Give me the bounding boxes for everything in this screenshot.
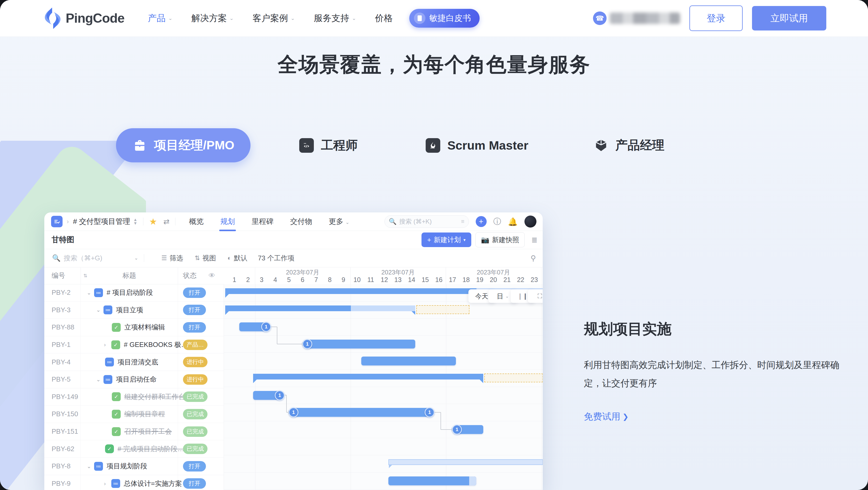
- role-tab-1[interactable]: 项目经理/PMO: [116, 128, 250, 162]
- gantt-task-bar[interactable]: [361, 357, 456, 365]
- status-badge[interactable]: 打开: [183, 461, 206, 471]
- notifications-bell-icon[interactable]: 🔔: [508, 217, 518, 226]
- gantt-summary-bar[interactable]: [225, 305, 415, 311]
- table-row-PBY-8[interactable]: PBY-8⌄≔项目规划阶段打开: [44, 458, 224, 475]
- login-button[interactable]: 登录: [689, 5, 743, 31]
- dependency-count-badge[interactable]: 1: [275, 391, 285, 400]
- swap-icon[interactable]: ⇄: [163, 217, 169, 226]
- sort-icon[interactable]: ⇅: [84, 267, 87, 284]
- global-search-input[interactable]: 🔍 搜索 (⌘+K) ≡: [384, 215, 469, 228]
- work-item-title[interactable]: 编制项目章程: [124, 409, 165, 419]
- nav-item-产品[interactable]: 产品⌄: [148, 12, 173, 24]
- nav-item-解决方案[interactable]: 解决方案⌄: [191, 12, 234, 24]
- work-item-id: PBY-149: [52, 388, 78, 405]
- app-tab-概览[interactable]: 概览: [188, 213, 205, 230]
- status-badge[interactable]: 已完成: [183, 409, 208, 419]
- default-config-button[interactable]: ◐默认: [227, 254, 248, 263]
- status-badge[interactable]: 已完成: [183, 426, 208, 437]
- column-header-id[interactable]: 编号: [52, 267, 65, 284]
- work-item-title[interactable]: 立项材料编辑: [124, 323, 165, 332]
- chevron-down-icon[interactable]: ⌄: [87, 289, 94, 296]
- chevron-right-icon[interactable]: ›: [104, 481, 111, 487]
- status-badge[interactable]: 进行中: [183, 357, 208, 367]
- role-tab-4[interactable]: 产品经理: [593, 137, 664, 154]
- gantt-dashed-range[interactable]: [484, 373, 543, 382]
- work-item-title[interactable]: 项目澄清交底: [118, 358, 158, 367]
- whitepaper-button[interactable]: 敏捷白皮书: [409, 9, 479, 28]
- column-header-status[interactable]: 状态: [183, 267, 196, 284]
- snapshot-button[interactable]: 📷 新建快照: [475, 232, 524, 247]
- status-badge[interactable]: 已完成: [183, 443, 208, 454]
- app-tab-里程碑[interactable]: 里程碑: [250, 213, 275, 230]
- status-badge[interactable]: 打开: [183, 322, 206, 333]
- work-item-title[interactable]: 召开项目开工会: [124, 427, 172, 436]
- table-row-PBY-2[interactable]: PBY-2⌄≔# 项目启动阶段打开: [44, 284, 224, 302]
- chevron-down-icon[interactable]: ⌄: [96, 307, 103, 313]
- app-tab-交付物[interactable]: 交付物: [289, 213, 313, 230]
- table-row-PBY-5[interactable]: PBY-5⌄≔项目启动任命进行中: [44, 371, 224, 388]
- chevron-right-icon[interactable]: ›: [104, 342, 111, 348]
- role-tab-2[interactable]: 工程师: [299, 137, 358, 154]
- user-avatar[interactable]: [524, 216, 536, 227]
- status-badge[interactable]: 打开: [183, 287, 206, 298]
- gantt-task-bar[interactable]: [293, 408, 430, 417]
- table-row-PBY-62[interactable]: PBY-62✓# 完成项目启动阶段…已完成: [44, 440, 224, 458]
- work-item-title[interactable]: 项目启动任命: [116, 375, 157, 384]
- gantt-summary-bar[interactable]: [253, 374, 483, 379]
- gantt-task-bar[interactable]: [389, 477, 476, 485]
- chevron-down-icon[interactable]: ⌄: [96, 376, 103, 382]
- table-row-PBY-3[interactable]: PBY-3⌄≔项目立项打开: [44, 302, 224, 319]
- nav-item-服务支持[interactable]: 服务支持⌄: [314, 12, 356, 24]
- project-folder-icon[interactable]: [51, 216, 63, 227]
- dependency-count-badge[interactable]: 1: [261, 322, 271, 332]
- work-item-title[interactable]: 项目规划阶段: [106, 462, 147, 471]
- app-tab-规划[interactable]: 规划: [219, 213, 236, 230]
- column-header-title[interactable]: 标题: [123, 267, 136, 284]
- status-badge[interactable]: 产品…: [183, 340, 208, 350]
- table-row-PBY-88[interactable]: PBY-88✓立项材料编辑打开: [44, 319, 224, 336]
- work-item-title[interactable]: 项目立项: [116, 305, 143, 314]
- project-switcher-icon[interactable]: ▲▼: [133, 218, 137, 225]
- dependency-count-badge[interactable]: 1: [425, 407, 435, 417]
- new-plan-button[interactable]: + 新建计划 ▾: [422, 233, 471, 247]
- work-item-title[interactable]: 组建交付群和工作台: [124, 392, 185, 401]
- nav-item-客户案例[interactable]: 客户案例⌄: [253, 12, 295, 24]
- role-tab-3[interactable]: Scrum Master: [425, 138, 528, 153]
- dependency-count-badge[interactable]: 1: [302, 339, 312, 349]
- status-badge[interactable]: 进行中: [183, 374, 208, 385]
- help-icon[interactable]: ⓘ: [493, 216, 501, 227]
- chevron-down-icon[interactable]: ⌄: [87, 463, 94, 469]
- free-trial-link[interactable]: 免费试用❯: [584, 410, 839, 423]
- trial-button[interactable]: 立即试用: [752, 6, 826, 30]
- status-badge[interactable]: 打开: [183, 478, 206, 489]
- fullscreen-button[interactable]: ⛶: [528, 289, 543, 303]
- favorite-star-icon[interactable]: ★: [149, 216, 157, 227]
- app-tab-更多[interactable]: 更多⌄: [328, 213, 350, 230]
- dependency-count-badge[interactable]: 1: [452, 425, 462, 434]
- gantt-summary-bar[interactable]: [389, 459, 543, 465]
- status-badge[interactable]: 已完成: [183, 392, 208, 402]
- table-row-PBY-9[interactable]: PBY-9›≔总体设计=实施方案（…打开: [44, 475, 224, 490]
- filter-button[interactable]: ☰筛选: [161, 254, 183, 263]
- eye-icon[interactable]: 👁: [209, 267, 215, 284]
- view-settings-button[interactable]: ⇅视图: [195, 254, 216, 263]
- work-item-title[interactable]: # 完成项目启动阶段…: [118, 445, 184, 454]
- table-row-PBY-149[interactable]: PBY-149✓组建交付群和工作台已完成: [44, 388, 224, 406]
- table-row-PBY-4[interactable]: PBY-4≔项目澄清交底进行中: [44, 354, 224, 371]
- gantt-search-input[interactable]: 🔍 搜索（⌘+G) ⌄: [52, 254, 138, 263]
- nav-item-价格[interactable]: 价格: [375, 12, 393, 24]
- role-tab-label: 产品经理: [615, 137, 664, 154]
- locate-icon[interactable]: ⚲: [530, 254, 536, 263]
- table-row-PBY-150[interactable]: PBY-150✓编制项目章程已完成: [44, 405, 224, 423]
- table-row-PBY-1[interactable]: PBY-1›✓# GEEKBOOKS 极…产品…: [44, 336, 224, 354]
- gantt-dashed-range[interactable]: [416, 305, 469, 314]
- status-badge[interactable]: 打开: [183, 305, 206, 315]
- gantt-task-bar[interactable]: [307, 340, 415, 348]
- work-item-title[interactable]: # 项目启动阶段: [106, 288, 153, 297]
- pingcode-logo[interactable]: PingCode: [44, 7, 124, 29]
- dependency-count-badge[interactable]: 1: [288, 407, 299, 417]
- table-row-PBY-151[interactable]: PBY-151✓召开项目开工会已完成: [44, 423, 224, 440]
- add-button[interactable]: +: [476, 216, 487, 227]
- project-name[interactable]: # 交付型项目管理: [73, 217, 130, 226]
- list-view-icon[interactable]: ≣: [531, 236, 537, 244]
